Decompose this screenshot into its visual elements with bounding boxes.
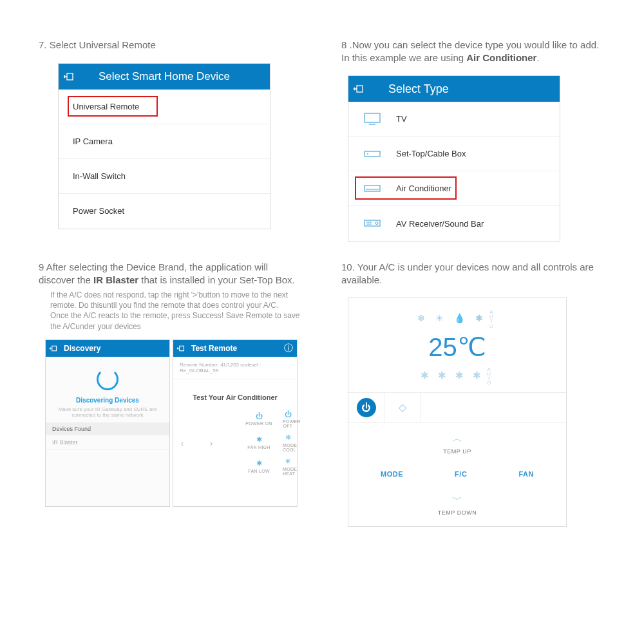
list-item-ip-camera[interactable]: IP Camera [59,124,270,159]
discovery-body: Discovering Devices Make sure your IR Ga… [46,357,169,422]
list-item-ac[interactable]: Air Conditioner [348,171,560,206]
step10-num: 10. [341,261,355,272]
step10-text: Your A/C is under your devices now and a… [341,261,594,285]
btn-label: MODE COOL [283,443,293,452]
sun-icon: ☀ [283,457,293,466]
auto-label: AUTO [487,367,494,386]
svg-rect-8 [365,220,380,226]
mode-cool-button[interactable]: ❄MODE COOL [283,433,293,452]
svg-rect-13 [180,346,184,351]
header-bar: Select Type [348,76,560,102]
list-item-power-socket[interactable]: Power Socket [59,194,270,229]
phone-select-type: Select Type TV Set-Top/Cable Box Air Con… [348,75,560,242]
info-icon[interactable]: ⓘ [280,343,297,354]
back-icon[interactable] [46,345,61,352]
tv-icon [363,112,382,126]
temp-down-label: TEMP DOWN [348,509,566,516]
power-icon: ⏻ [235,412,283,420]
item-label: Set-Top/Cable Box [396,149,466,158]
fc-button[interactable]: F/C [455,470,467,478]
step8-text-c: . [536,52,539,63]
prev-remote-icon[interactable]: ‹ [177,438,187,448]
ac-tab-bar: ⏻ ◇ [348,392,566,423]
temp-up-area[interactable]: ︿ TEMP UP [348,423,566,461]
device-list: Universal Remote IP Camera In-Wall Switc… [59,90,270,229]
auto-label: AUTO [489,310,497,328]
step-8: 8 .Now you can select the device type yo… [341,39,605,242]
next-remote-icon[interactable]: › [187,438,235,448]
temp-up-label: TEMP UP [348,448,566,455]
btn-label: MODE HEAT [283,467,293,476]
header-bar: Select Smart Home Device [59,64,270,90]
item-label: In-Wall Switch [73,171,126,181]
phone-test-remote: Test Remote ⓘ Remote Number: 41/1203 cod… [173,339,298,507]
power-off-button[interactable]: ⏻POWER OFF [283,410,293,428]
ac-display: ❄ ☀ 💧 ✱AUTO 25℃ ✱ ✱ ✱ ✱AUTO [348,298,566,392]
svg-rect-12 [52,346,57,351]
header-title: Discovery [61,344,169,353]
temperature-value: 25℃ [348,332,566,362]
highlight-box [68,96,158,117]
back-icon[interactable] [59,71,79,82]
svg-rect-0 [67,73,73,80]
highlight-box [355,176,457,200]
remote-meta: Remote Number: 41/1203 codeset : Re_GLOB… [173,357,297,379]
step9-num: 9 [39,261,44,272]
step8-caption: 8 .Now you can select the device type yo… [341,39,605,64]
power-icon: ⏻ [357,398,376,417]
chevron-down-icon: ﹀ [348,493,566,507]
step7-num: 7. [39,39,47,50]
step9-caption: 9 After selecting the Device Brand, the … [39,261,303,286]
step7-caption: 7. Select Universal Remote [39,39,303,52]
fan-icons-row: ✱ ✱ ✱ ✱AUTO [348,367,566,386]
list-item-settop[interactable]: Set-Top/Cable Box [348,137,560,171]
fan-high-button[interactable]: ✱FAN HIGH [235,435,283,450]
swing-icon: ◇ [399,401,406,413]
type-list: TV Set-Top/Cable Box Air Conditioner AV … [348,102,560,241]
svg-rect-4 [365,151,380,156]
header-bar: Discovery [46,340,169,357]
step7-text: Select Universal Remote [50,39,156,50]
devices-found-header: Devices Found [46,422,169,435]
btn-label: POWER ON [235,421,283,426]
svg-point-5 [367,153,368,155]
phone-ac-control: ❄ ☀ 💧 ✱AUTO 25℃ ✱ ✱ ✱ ✱AUTO ⏻ ◇ ︿ TEMP U… [348,298,567,527]
item-label: TV [396,114,407,124]
svg-rect-2 [365,113,380,122]
btn-label: POWER OFF [283,419,293,428]
list-item-in-wall-switch[interactable]: In-Wall Switch [59,159,270,194]
step10-caption: 10. Your A/C is under your devices now a… [341,261,605,286]
power-button[interactable]: ⏻ [348,393,384,422]
header-title: Select Type [369,82,560,96]
device-found-item[interactable]: IR Blaster [46,435,169,450]
chevron-up-icon: ︿ [348,432,566,446]
btn-label: FAN HIGH [235,445,283,450]
step8-num: 8 [341,39,346,50]
step-10: 10. Your A/C is under your devices now a… [341,261,605,527]
svg-point-9 [375,222,378,225]
item-label: IP Camera [73,137,113,146]
list-item-av[interactable]: AV Receiver/Sound Bar [348,206,560,241]
discovery-status: Discovering Devices [52,397,163,404]
fan-low-button[interactable]: ✱FAN LOW [235,459,283,473]
list-item-tv[interactable]: TV [348,102,560,137]
header-title: Select Smart Home Device [79,70,270,83]
back-icon[interactable] [173,345,189,352]
header-bar: Test Remote ⓘ [173,340,297,357]
list-item-universal-remote[interactable]: Universal Remote [59,90,270,124]
step9-text-b: IR Blaster [93,274,138,285]
phone-select-device: Select Smart Home Device Universal Remot… [58,63,270,229]
fan-button[interactable]: FAN [518,470,534,478]
item-label: AV Receiver/Sound Bar [396,219,484,229]
swing-button[interactable]: ◇ [384,393,421,422]
step9-sub: If the A/C does not respond, tap the rig… [50,290,303,332]
av-icon [363,216,382,231]
mode-heat-button[interactable]: ☀MODE HEAT [283,457,293,476]
back-icon[interactable] [348,84,369,94]
spinner-icon [97,368,118,390]
temp-down-area[interactable]: ﹀ TEMP DOWN [348,487,566,526]
discovery-hint: Make sure your IR Gateway and SURE are c… [52,406,163,419]
mode-button[interactable]: MODE [381,470,403,478]
power-on-button[interactable]: ⏻POWER ON [235,412,283,426]
test-button-grid: ‹ ⏻POWER ON ⏻POWER OFF › ✱FAN HIGH ❄MODE… [173,410,297,482]
